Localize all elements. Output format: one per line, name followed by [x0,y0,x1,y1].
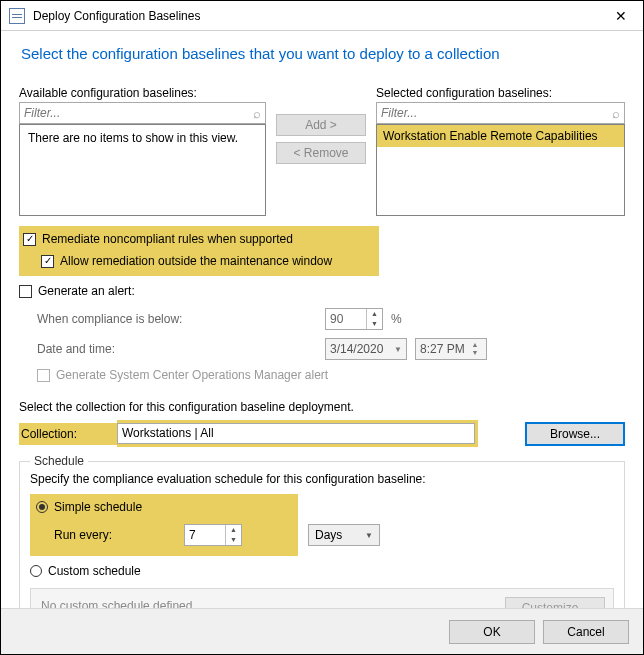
window-title: Deploy Configuration Baselines [33,9,598,23]
selected-label: Selected configuration baselines: [376,86,625,100]
simple-schedule-radio[interactable] [36,501,48,513]
date-time-label: Date and time: [37,342,317,356]
generate-alert-checkbox[interactable] [19,285,32,298]
page-header: Select the configuration baselines that … [1,31,643,86]
search-icon: ⌕ [253,106,261,121]
selected-list[interactable]: Workstation Enable Remote Capabilities [376,124,625,216]
compliance-value[interactable] [326,309,366,329]
run-every-unit-combo[interactable]: Days ▼ [308,524,380,546]
custom-schedule-radio[interactable] [30,565,42,577]
scom-checkbox [37,369,50,382]
date-value: 3/14/2020 [330,342,383,356]
collection-value: Workstations | All [117,423,475,444]
remove-button[interactable]: < Remove [276,142,366,164]
available-label: Available configuration baselines: [19,86,266,100]
spinner-arrows-icon[interactable]: ▲▼ [366,309,382,329]
chevron-down-icon: ▼ [394,345,402,354]
cancel-button[interactable]: Cancel [543,620,629,644]
run-every-spinner[interactable]: ▲▼ [184,524,242,546]
available-empty-text: There are no items to show in this view. [20,125,265,151]
scom-label: Generate System Center Operations Manage… [56,368,328,382]
ok-button[interactable]: OK [449,620,535,644]
search-icon: ⌕ [612,106,620,121]
spinner-arrows-icon[interactable]: ▲▼ [468,341,482,357]
allow-outside-label: Allow remediation outside the maintenanc… [60,254,332,268]
time-picker[interactable]: 8:27 PM ▲▼ [415,338,487,360]
available-list[interactable]: There are no items to show in this view. [19,124,266,216]
system-icon [9,8,25,24]
browse-button[interactable]: Browse... [525,422,625,446]
remediate-label: Remediate noncompliant rules when suppor… [42,232,293,246]
collection-section-label: Select the collection for this configura… [19,400,625,414]
remediate-highlight: ✓ Remediate noncompliant rules when supp… [19,226,379,276]
chevron-down-icon: ▼ [365,531,373,540]
schedule-desc: Specify the compliance evaluation schedu… [30,472,614,486]
time-value: 8:27 PM [420,342,465,356]
filter-placeholder: Filter... [381,106,417,120]
add-button[interactable]: Add > [276,114,366,136]
percent-label: % [391,312,402,326]
run-every-label: Run every: [54,528,174,542]
dialog-footer: OK Cancel [1,608,643,654]
custom-schedule-label: Custom schedule [48,564,141,578]
selected-filter[interactable]: Filter... ⌕ [376,102,625,124]
date-picker[interactable]: 3/14/2020 ▼ [325,338,407,360]
schedule-legend: Schedule [30,454,88,468]
title-bar: Deploy Configuration Baselines ✕ [1,1,643,31]
run-every-unit: Days [315,528,342,542]
collection-label: Collection: [19,423,117,445]
close-button[interactable]: ✕ [598,1,643,30]
compliance-spinner[interactable]: ▲▼ [325,308,383,330]
filter-placeholder: Filter... [24,106,60,120]
generate-alert-label: Generate an alert: [38,284,135,298]
compliance-below-label: When compliance is below: [37,312,317,326]
list-item[interactable]: Workstation Enable Remote Capabilities [377,125,624,147]
available-filter[interactable]: Filter... ⌕ [19,102,266,124]
simple-schedule-label: Simple schedule [54,500,142,514]
simple-schedule-highlight: Simple schedule Run every: ▲▼ [30,494,298,556]
remediate-checkbox[interactable]: ✓ [23,233,36,246]
run-every-value[interactable] [185,525,225,545]
spinner-arrows-icon[interactable]: ▲▼ [225,525,241,545]
allow-outside-checkbox[interactable]: ✓ [41,255,54,268]
